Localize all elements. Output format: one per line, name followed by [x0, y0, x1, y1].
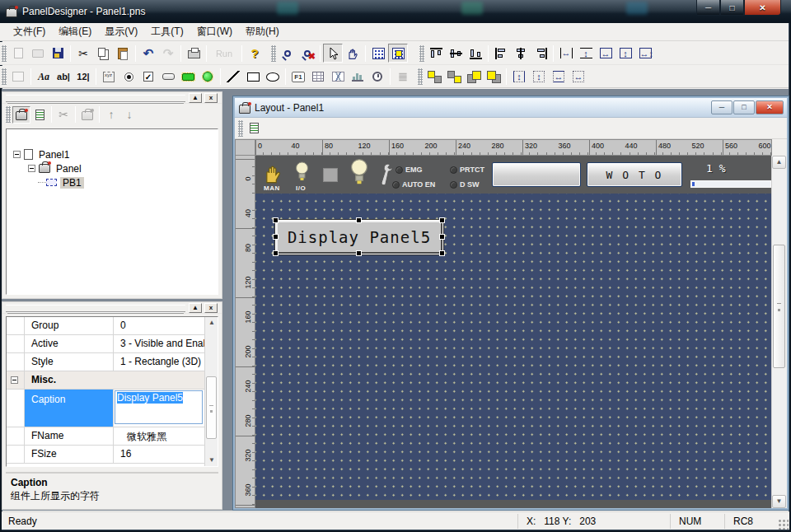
property-row-caption[interactable]: Caption Display Panel5: [7, 390, 204, 427]
tree-item-label[interactable]: Panel: [54, 163, 84, 175]
pan-tool-button[interactable]: [343, 44, 363, 63]
move-up-button[interactable]: ↑: [102, 106, 120, 124]
property-value[interactable]: 16: [114, 446, 204, 463]
zoom-button[interactable]: [278, 44, 297, 63]
d-sw-indicator[interactable]: D SW: [450, 180, 480, 189]
stretch-height-button[interactable]: ↕: [529, 68, 549, 86]
space-vertical-button[interactable]: ↕: [576, 44, 596, 63]
paste-button[interactable]: [113, 44, 133, 63]
tree-item-label[interactable]: Panel1: [36, 149, 72, 161]
toolbar-gripper[interactable]: [6, 106, 11, 123]
resize-handle-nw[interactable]: [273, 217, 278, 223]
close-panel-button[interactable]: x: [204, 93, 218, 103]
save-button[interactable]: [48, 44, 68, 63]
io-bulb-icon[interactable]: [295, 161, 309, 184]
line-tool[interactable]: [223, 68, 243, 86]
panel-work-area[interactable]: Display Panel5: [255, 194, 772, 500]
property-row-group[interactable]: Group 0: [7, 317, 204, 335]
layout-title-bar[interactable]: Layout - Panel1 ─ □ ✕: [235, 98, 787, 118]
resize-handle-se[interactable]: [439, 250, 445, 256]
toolbar-gripper[interactable]: [2, 45, 7, 62]
property-row-fname[interactable]: FName 微软雅黑: [7, 427, 204, 446]
tree-item-label-selected[interactable]: PB1: [60, 177, 84, 189]
menu-item[interactable]: 文件(F): [7, 22, 52, 41]
resize-handle-s[interactable]: [356, 250, 362, 256]
numeric-box-button[interactable]: 12|: [73, 68, 93, 86]
tree-row-pb1[interactable]: PB1: [7, 175, 218, 189]
table-tool[interactable]: [308, 68, 328, 86]
property-value[interactable]: 3 - Visible and Enab: [114, 335, 204, 352]
scroll-down-arrow[interactable]: ▼: [772, 495, 786, 508]
align-top-button[interactable]: [426, 44, 446, 63]
radio-button-tool[interactable]: [119, 68, 138, 86]
layers-button[interactable]: ≣: [393, 68, 413, 86]
move-down-button[interactable]: ↓: [120, 106, 138, 124]
toolbar-gripper[interactable]: [419, 45, 424, 62]
toolbar-gripper[interactable]: [2, 68, 7, 85]
bring-to-front-button[interactable]: [424, 68, 444, 86]
cut-button[interactable]: ✂: [73, 44, 93, 63]
select-tool-button[interactable]: [323, 44, 343, 63]
redo-button[interactable]: ↷: [158, 44, 178, 63]
display-panel5-component[interactable]: Display Panel5: [276, 221, 442, 254]
minimize-button[interactable]: ─: [696, 0, 720, 16]
gray-square-widget[interactable]: [323, 168, 338, 182]
group-box-button[interactable]: xyz: [99, 68, 119, 86]
checkbox-tool[interactable]: ✓: [138, 68, 158, 86]
script-view-button[interactable]: [30, 106, 49, 124]
menu-item[interactable]: 帮助(H): [239, 22, 286, 41]
collapse-toggle[interactable]: [28, 165, 35, 172]
timer-tool[interactable]: [367, 68, 387, 86]
script-page-button[interactable]: [245, 119, 263, 137]
item-properties-button[interactable]: [78, 106, 96, 124]
collapse-panel-button[interactable]: ▲: [189, 93, 202, 103]
align-right-button[interactable]: [531, 44, 550, 63]
scrollbar-thumb[interactable]: [206, 376, 217, 439]
led-tool[interactable]: [198, 68, 218, 86]
bulb-icon[interactable]: [350, 159, 368, 187]
stretch-width-button[interactable]: ↔: [569, 68, 588, 86]
property-row-active[interactable]: Active 3 - Visible and Enab: [7, 335, 204, 353]
collapse-toggle[interactable]: [13, 151, 21, 158]
resize-handle-sw[interactable]: [273, 250, 278, 256]
scroll-up-arrow[interactable]: ▲: [205, 317, 218, 329]
align-middle-button[interactable]: [446, 44, 466, 63]
align-center-button[interactable]: [511, 44, 531, 63]
auto-en-indicator[interactable]: AUTO EN: [392, 180, 435, 189]
menu-item[interactable]: 窗口(W): [190, 22, 239, 41]
woto-button[interactable]: W O T O: [587, 162, 682, 187]
property-value[interactable]: 0: [114, 317, 204, 334]
ellipse-tool[interactable]: [263, 68, 283, 86]
bar-chart-tool[interactable]: [348, 68, 367, 86]
collapse-panel-button[interactable]: ▲: [189, 303, 202, 313]
blank-panel-button[interactable]: [492, 162, 581, 187]
tree-row-panel1[interactable]: Panel1: [7, 147, 218, 161]
menu-item[interactable]: 显示(V): [98, 22, 144, 41]
align-left-button[interactable]: [491, 44, 511, 63]
layout-restore-button[interactable]: □: [733, 100, 755, 114]
scroll-down-arrow[interactable]: ▼: [205, 455, 218, 466]
prtct-indicator[interactable]: PRTCT: [450, 166, 484, 174]
resize-grip[interactable]: [777, 518, 789, 530]
delete-item-button[interactable]: ✂: [54, 106, 73, 124]
menu-item[interactable]: 工具(T): [144, 22, 190, 41]
push-button-tool[interactable]: [158, 68, 178, 86]
layout-close-button[interactable]: ✕: [756, 100, 784, 114]
bring-forward-button[interactable]: [464, 68, 484, 86]
copy-button[interactable]: [93, 44, 113, 63]
new-button[interactable]: [8, 44, 28, 63]
wrench-icon[interactable]: [377, 159, 394, 190]
property-category-misc[interactable]: Misc.: [7, 371, 204, 390]
toolbar-gripper[interactable]: [238, 120, 243, 137]
graph-tool[interactable]: [328, 68, 348, 86]
help-button[interactable]: ?: [245, 44, 264, 63]
resize-handle-e[interactable]: [439, 234, 445, 240]
same-height-button[interactable]: ↕: [615, 44, 635, 63]
close-button[interactable]: ✕: [744, 0, 781, 16]
scrollbar-thumb[interactable]: [773, 245, 785, 368]
emg-indicator[interactable]: EMG: [396, 166, 423, 174]
fit-width-button[interactable]: ↔: [549, 68, 569, 86]
maximize-button[interactable]: □: [720, 0, 744, 16]
property-grid-scrollbar[interactable]: ▲ ▼: [204, 317, 218, 466]
lamp-button-tool[interactable]: [178, 68, 198, 86]
